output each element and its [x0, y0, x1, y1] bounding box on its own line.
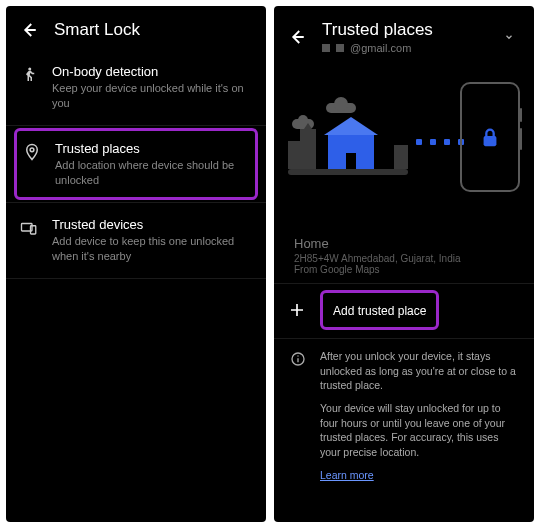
walk-icon [20, 66, 38, 84]
location-address: 2H85+4W Ahmedabad, Gujarat, India [294, 253, 514, 264]
connection-dots [416, 139, 464, 145]
location-source: From Google Maps [294, 264, 514, 275]
info-paragraph-2: Your device will stay unlocked for up to… [320, 401, 518, 460]
learn-more-link[interactable]: Learn more [320, 469, 374, 481]
location-name: Home [294, 236, 514, 251]
account-email: @gmail.com [350, 42, 411, 54]
saved-location-home[interactable]: Home 2H85+4W Ahmedabad, Gujarat, India F… [274, 236, 534, 283]
option-title: On-body detection [52, 64, 252, 79]
phone-icon [460, 82, 520, 192]
info-paragraph-1: After you unlock your device, it stays u… [320, 349, 518, 393]
info-icon [290, 351, 306, 367]
location-pin-icon [23, 143, 41, 161]
illustration [288, 72, 520, 212]
svg-rect-3 [31, 226, 36, 234]
redacted-block [322, 44, 330, 52]
city-illustration [288, 97, 408, 187]
lock-icon [479, 124, 501, 150]
add-button-label: Add trusted place [333, 304, 426, 318]
header: Trusted places @gmail.com [274, 6, 534, 64]
devices-icon [20, 219, 38, 237]
header: Smart Lock [6, 6, 266, 50]
option-on-body-detection[interactable]: On-body detection Keep your device unloc… [6, 50, 266, 125]
option-title: Trusted places [55, 141, 249, 156]
info-section: After you unlock your device, it stays u… [274, 339, 534, 493]
option-desc: Keep your device unlocked while it's on … [52, 81, 252, 111]
svg-point-7 [297, 355, 298, 356]
divider [274, 283, 534, 284]
back-icon[interactable] [288, 28, 306, 46]
option-trusted-devices[interactable]: Trusted devices Add device to keep this … [6, 203, 266, 278]
option-desc: Add device to keep this one unlocked whe… [52, 234, 252, 264]
option-title: Trusted devices [52, 217, 252, 232]
trusted-places-screen: Trusted places @gmail.com Home [274, 6, 534, 522]
page-title: Trusted places [322, 20, 488, 40]
svg-rect-4 [484, 136, 497, 146]
account-label: @gmail.com [322, 42, 488, 54]
chevron-down-icon[interactable] [504, 32, 514, 42]
add-trusted-place-button[interactable]: Add trusted place [320, 290, 439, 330]
option-trusted-places[interactable]: Trusted places Add location where device… [14, 128, 258, 201]
option-desc: Add location where device should be unlo… [55, 158, 249, 188]
add-trusted-place-row[interactable]: Add trusted place [274, 288, 534, 332]
back-icon[interactable] [20, 21, 38, 39]
redacted-block [336, 44, 344, 52]
svg-point-1 [30, 148, 34, 152]
house-icon [328, 135, 374, 169]
divider [6, 125, 266, 126]
svg-point-0 [28, 68, 31, 71]
plus-icon [288, 301, 306, 319]
page-title: Smart Lock [54, 20, 140, 40]
smart-lock-screen: Smart Lock On-body detection Keep your d… [6, 6, 266, 522]
divider [6, 278, 266, 279]
